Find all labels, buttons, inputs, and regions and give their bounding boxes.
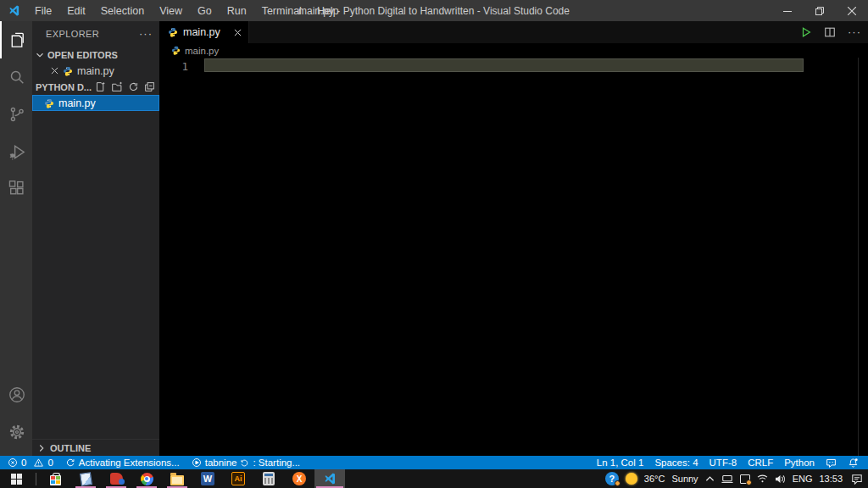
- source-control-icon[interactable]: [0, 96, 32, 133]
- indentation[interactable]: Spaces: 4: [654, 458, 698, 468]
- menu-item-terminal[interactable]: Terminal: [254, 0, 309, 21]
- warning-icon: [33, 458, 44, 468]
- volume-icon[interactable]: [775, 474, 786, 484]
- open-editor-item-mainpy[interactable]: main.py: [32, 63, 159, 79]
- notifications-bell-icon[interactable]: [848, 458, 859, 469]
- minimize-button[interactable]: [771, 0, 804, 21]
- close-tab-icon[interactable]: [234, 29, 242, 36]
- close-icon: [51, 67, 58, 75]
- microsoft-store-icon: [50, 475, 61, 485]
- vscode-logo-icon: [8, 4, 20, 17]
- restore-button[interactable]: [804, 0, 836, 21]
- vscode-icon: [323, 472, 337, 485]
- tab-mainpy[interactable]: main.py: [159, 21, 249, 43]
- settings-gear-icon[interactable]: [0, 413, 32, 451]
- system-tray: ? 36°C Sunny ENG 13:53: [605, 472, 868, 485]
- file-explorer-icon: [170, 475, 184, 485]
- taskbar-app-vscode[interactable]: [314, 469, 345, 488]
- battery-icon[interactable]: [721, 474, 733, 484]
- taskbar-app-illustrator[interactable]: Ai: [223, 469, 253, 488]
- chevron-down-icon: [34, 49, 46, 61]
- illustrator-icon: Ai: [231, 472, 245, 485]
- line-number-gutter: 1: [159, 59, 188, 74]
- extensions-icon[interactable]: [0, 170, 32, 208]
- menu-item-run[interactable]: Run: [220, 0, 254, 21]
- tray-app-icon[interactable]: [740, 474, 750, 484]
- windows-taskbar: W Ai X ? 36°C Sunny: [0, 469, 868, 488]
- folder-section-header[interactable]: PYTHON D...: [32, 79, 159, 95]
- taskbar-app-chrome[interactable]: [131, 469, 162, 488]
- file-item-label: main.py: [58, 97, 96, 109]
- calculator-icon: [263, 472, 275, 485]
- overview-ruler: [858, 58, 859, 456]
- menu-item-view[interactable]: View: [152, 0, 190, 21]
- new-folder-icon[interactable]: [111, 81, 123, 92]
- language-mode[interactable]: Python: [784, 458, 815, 468]
- menu-item-edit[interactable]: Edit: [59, 0, 93, 21]
- breadcrumb[interactable]: main.py: [159, 43, 868, 58]
- split-editor-icon[interactable]: [824, 26, 836, 38]
- menu-item-selection[interactable]: Selection: [93, 0, 152, 21]
- open-editors-section[interactable]: OPEN EDITORS: [32, 47, 159, 63]
- taskbar-app-calculator[interactable]: [253, 469, 284, 488]
- taskbar-app-xampp[interactable]: X: [284, 469, 314, 488]
- notes-app-icon: [80, 472, 92, 486]
- account-icon[interactable]: [0, 376, 32, 413]
- title-bar: File Edit Selection View Go Run Terminal…: [0, 0, 868, 21]
- more-editor-actions-icon[interactable]: ···: [848, 29, 861, 36]
- loading-spinner-icon: [240, 458, 249, 468]
- sidebar-title-label: EXPLORER: [46, 29, 99, 39]
- new-file-icon[interactable]: [95, 81, 106, 92]
- taskbar-app-store[interactable]: [40, 469, 70, 488]
- weather-condition[interactable]: Sunny: [671, 474, 698, 484]
- explorer-sidebar: EXPLORER ··· OPEN EDITORS main.py PYTHON…: [32, 21, 159, 456]
- breadcrumb-item[interactable]: main.py: [185, 46, 219, 56]
- tabnine-state-label: : Starting...: [253, 458, 300, 468]
- explorer-icon[interactable]: [0, 21, 32, 58]
- more-actions-icon[interactable]: ···: [139, 30, 153, 37]
- hidden-icons-chevron[interactable]: [705, 475, 715, 482]
- help-tray-icon[interactable]: ?: [605, 472, 619, 485]
- collapse-all-icon[interactable]: [144, 81, 155, 92]
- eol-sequence[interactable]: CRLF: [748, 458, 773, 468]
- python-file-icon: [168, 27, 178, 37]
- code-area[interactable]: 1: [159, 58, 868, 456]
- folder-section-actions: [95, 81, 159, 92]
- window-controls: [771, 0, 868, 21]
- problems-status[interactable]: 0 0: [8, 458, 53, 468]
- feedback-icon[interactable]: [826, 458, 837, 469]
- run-file-icon[interactable]: [800, 26, 812, 38]
- taskbar-app-file-explorer[interactable]: [162, 469, 192, 488]
- refresh-icon[interactable]: [128, 81, 139, 92]
- red-app-icon: [110, 473, 123, 485]
- menu-bar: File Edit Selection View Go Run Terminal…: [27, 0, 347, 21]
- wifi-icon[interactable]: [757, 474, 768, 483]
- folder-section-label: PYTHON D...: [36, 82, 92, 92]
- cursor-position[interactable]: Ln 1, Col 1: [597, 458, 644, 468]
- open-editors-label: OPEN EDITORS: [47, 50, 118, 60]
- outline-section[interactable]: OUTLINE: [32, 439, 159, 456]
- weather-sun-icon[interactable]: [626, 473, 637, 485]
- weather-temp[interactable]: 36°C: [644, 474, 665, 484]
- search-icon[interactable]: [0, 58, 32, 96]
- menu-item-go[interactable]: Go: [190, 0, 220, 21]
- file-item-mainpy[interactable]: main.py: [32, 95, 159, 111]
- taskbar-app-red[interactable]: [101, 469, 131, 488]
- tabnine-status[interactable]: tabnine : Starting...: [192, 458, 300, 468]
- windows-logo-icon: [11, 474, 22, 485]
- close-button[interactable]: [836, 0, 868, 21]
- input-language[interactable]: ENG: [793, 474, 813, 484]
- encoding[interactable]: UTF-8: [709, 458, 737, 468]
- taskbar-app-word[interactable]: W: [192, 469, 223, 488]
- start-button[interactable]: [0, 469, 32, 488]
- taskbar-divider: [36, 473, 36, 485]
- tab-bar: main.py ···: [159, 21, 868, 43]
- run-debug-icon[interactable]: [0, 133, 32, 170]
- clock[interactable]: 13:53: [819, 474, 843, 484]
- menu-item-help[interactable]: Help: [309, 0, 347, 21]
- python-file-icon: [63, 66, 73, 76]
- action-center-icon[interactable]: [851, 474, 863, 485]
- menu-item-file[interactable]: File: [27, 0, 59, 21]
- taskbar-app-notes[interactable]: [70, 469, 101, 488]
- activating-extensions-status[interactable]: Activating Extensions...: [65, 458, 180, 468]
